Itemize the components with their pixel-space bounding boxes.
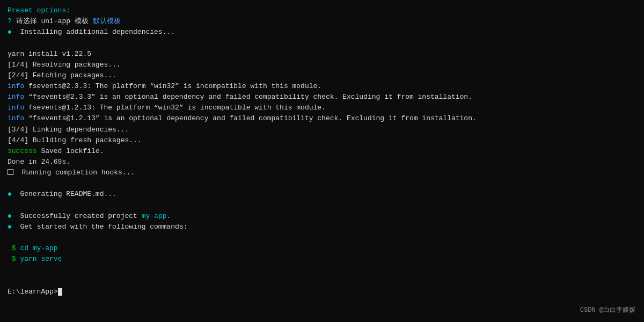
cmd-cd: $ cd my-app — [8, 243, 636, 254]
blank1 — [8, 38, 636, 48]
blank3 — [8, 200, 636, 211]
watermark: CSDN @白白李媛媛 — [580, 305, 635, 316]
info3-label: info fsevents@1.2.13: The platform “win3… — [8, 103, 636, 113]
info2-label: info “fsevents@2.3.3” is an optional dep… — [8, 92, 636, 103]
yarn-version: yarn install v1.22.5 — [8, 49, 636, 60]
blank6 — [8, 276, 636, 287]
generating: ◆ Generating README.md... — [8, 189, 636, 200]
completion-hooks: Running completion hooks... — [8, 167, 636, 178]
terminal-content: Preset options:? 请选择 uni-app 模板 默认模板◆ In… — [8, 5, 636, 297]
cmd-yarn: $ yarn serve — [8, 254, 636, 265]
step2: [2/4] Fetching packages... — [8, 70, 636, 81]
terminal-window: Preset options:? 请选择 uni-app 模板 默认模板◆ In… — [0, 0, 644, 322]
info1-label: info fsevents@2.3.3: The platform “win32… — [8, 81, 636, 92]
success-created: ◆ Successfully created project my-app. — [8, 211, 636, 222]
select-prompt: ? 请选择 uni-app 模板 默认模板 — [8, 16, 636, 27]
checkbox-icon — [8, 169, 13, 175]
terminal-cursor — [58, 288, 62, 296]
blank4 — [8, 232, 636, 243]
get-started: ◆ Get started with the following command… — [8, 222, 636, 232]
prompt-line: E:\learnApp> — [8, 287, 636, 297]
success-line: success Saved lockfile. — [8, 146, 636, 157]
blank2 — [8, 178, 636, 189]
step3: [3/4] Linking dependencies... — [8, 125, 636, 135]
installing: ◆ Installing additional dependencies... — [8, 27, 636, 38]
step4: [4/4] Building fresh packages... — [8, 135, 636, 146]
info4-label: info “fsevents@1.2.13” is an optional de… — [8, 113, 636, 124]
done-line: Done in 24.69s. — [8, 157, 636, 167]
blank5 — [8, 265, 636, 275]
step1: [1/4] Resolving packages... — [8, 60, 636, 70]
preset-label: Preset options: — [8, 5, 636, 16]
